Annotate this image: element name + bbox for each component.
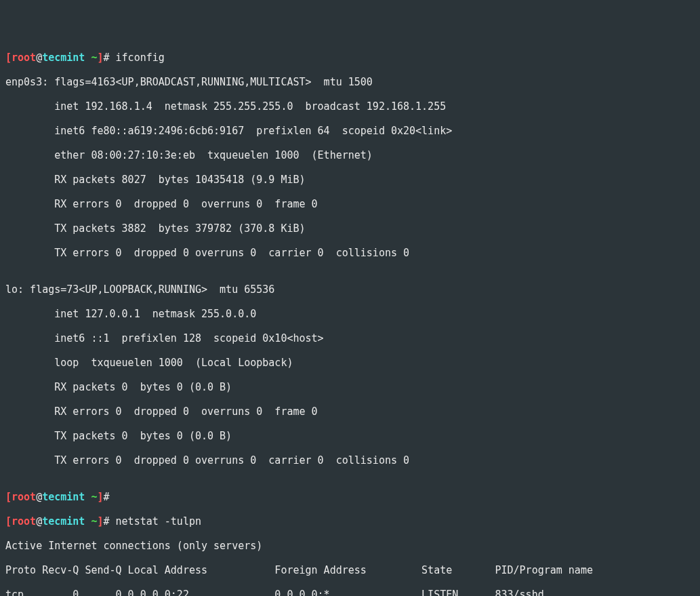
ifconfig-output-line: RX packets 8027 bytes 10435418 (9.9 MiB)	[5, 174, 695, 186]
ifconfig-output-line: loop txqueuelen 1000 (Local Loopback)	[5, 357, 695, 369]
netstat-columns: Proto Recv-Q Send-Q Local Address Foreig…	[5, 564, 695, 576]
ifconfig-output-line: TX packets 3882 bytes 379782 (370.8 KiB)	[5, 222, 695, 235]
ifconfig-output-line: enp0s3: flags=4163<UP,BROADCAST,RUNNING,…	[5, 76, 695, 88]
ifconfig-output-line: inet 127.0.0.1 netmask 255.0.0.0	[5, 308, 695, 320]
prompt-line: [root@tecmint ~]#	[5, 491, 695, 503]
prompt-line: [root@tecmint ~]# ifconfig	[5, 52, 695, 64]
terminal-output[interactable]: [root@tecmint ~]# ifconfig enp0s3: flags…	[5, 52, 695, 596]
ifconfig-output-line: inet6 fe80::a619:2496:6cb6:9167 prefixle…	[5, 125, 695, 137]
ifconfig-output-line: inet6 ::1 prefixlen 128 scopeid 0x10<hos…	[5, 332, 695, 344]
ifconfig-output-line: RX errors 0 dropped 0 overruns 0 frame 0	[5, 198, 695, 210]
ifconfig-output-line: TX errors 0 dropped 0 overruns 0 carrier…	[5, 247, 695, 259]
netstat-row: tcp 0 0 0.0.0.0:22 0.0.0.0:* LISTEN 833/…	[5, 589, 695, 596]
ifconfig-output-line: inet 192.168.1.4 netmask 255.255.255.0 b…	[5, 100, 695, 113]
command-ifconfig: ifconfig	[116, 52, 165, 64]
ifconfig-output-line: TX errors 0 dropped 0 overruns 0 carrier…	[5, 454, 695, 466]
ifconfig-output-line: RX errors 0 dropped 0 overruns 0 frame 0	[5, 405, 695, 418]
ifconfig-output-line: ether 08:00:27:10:3e:eb txqueuelen 1000 …	[5, 149, 695, 161]
ifconfig-output-line: RX packets 0 bytes 0 (0.0 B)	[5, 381, 695, 393]
command-netstat: netstat -tulpn	[116, 515, 201, 528]
netstat-header: Active Internet connections (only server…	[5, 540, 695, 552]
ifconfig-output-line: lo: flags=73<UP,LOOPBACK,RUNNING> mtu 65…	[5, 283, 695, 296]
prompt-line: [root@tecmint ~]# netstat -tulpn	[5, 515, 695, 528]
ifconfig-output-line: TX packets 0 bytes 0 (0.0 B)	[5, 430, 695, 442]
